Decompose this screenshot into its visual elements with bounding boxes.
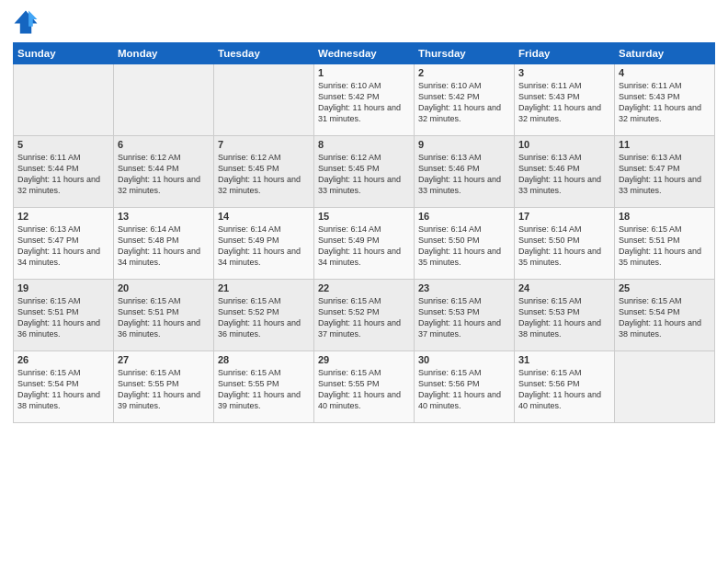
day-info: Sunrise: 6:15 AM Sunset: 5:52 PM Dayligh… [218,295,310,340]
day-cell: 12Sunrise: 6:13 AM Sunset: 5:47 PM Dayli… [14,208,114,280]
day-cell: 15Sunrise: 6:14 AM Sunset: 5:49 PM Dayli… [314,208,415,280]
header [13,9,715,35]
day-number: 16 [418,211,510,222]
svg-marker-0 [15,11,38,34]
day-number: 21 [218,282,310,293]
day-cell: 19Sunrise: 6:15 AM Sunset: 5:51 PM Dayli… [14,280,114,351]
day-number: 29 [318,354,410,365]
day-info: Sunrise: 6:15 AM Sunset: 5:53 PM Dayligh… [418,295,510,340]
day-info: Sunrise: 6:15 AM Sunset: 5:53 PM Dayligh… [518,295,610,340]
day-info: Sunrise: 6:15 AM Sunset: 5:56 PM Dayligh… [518,367,610,412]
day-number: 9 [418,139,510,150]
day-info: Sunrise: 6:14 AM Sunset: 5:50 PM Dayligh… [418,224,510,269]
day-info: Sunrise: 6:11 AM Sunset: 5:44 PM Dayligh… [17,152,109,197]
day-info: Sunrise: 6:15 AM Sunset: 5:55 PM Dayligh… [118,367,210,412]
day-info: Sunrise: 6:14 AM Sunset: 5:50 PM Dayligh… [518,224,610,269]
day-cell: 25Sunrise: 6:15 AM Sunset: 5:54 PM Dayli… [615,280,715,351]
day-cell: 17Sunrise: 6:14 AM Sunset: 5:50 PM Dayli… [515,208,615,280]
day-info: Sunrise: 6:12 AM Sunset: 5:44 PM Dayligh… [118,152,210,197]
day-info: Sunrise: 6:15 AM Sunset: 5:51 PM Dayligh… [619,224,711,269]
day-cell: 14Sunrise: 6:14 AM Sunset: 5:49 PM Dayli… [214,208,314,280]
day-info: Sunrise: 6:10 AM Sunset: 5:42 PM Dayligh… [418,80,510,125]
day-cell: 24Sunrise: 6:15 AM Sunset: 5:53 PM Dayli… [515,280,615,351]
day-number: 17 [518,211,610,222]
day-number: 28 [218,354,310,365]
day-info: Sunrise: 6:12 AM Sunset: 5:45 PM Dayligh… [318,152,410,197]
header-cell-saturday: Saturday [615,43,715,64]
day-cell: 4Sunrise: 6:11 AM Sunset: 5:43 PM Daylig… [615,64,715,136]
day-info: Sunrise: 6:15 AM Sunset: 5:54 PM Dayligh… [619,295,711,340]
day-cell: 18Sunrise: 6:15 AM Sunset: 5:51 PM Dayli… [615,208,715,280]
page: SundayMondayTuesdayWednesdayThursdayFrid… [0,0,728,563]
day-number: 18 [619,211,711,222]
day-number: 31 [518,354,610,365]
day-number: 26 [17,354,109,365]
day-number: 19 [17,282,109,293]
header-row: SundayMondayTuesdayWednesdayThursdayFrid… [14,43,715,64]
day-cell: 21Sunrise: 6:15 AM Sunset: 5:52 PM Dayli… [214,280,314,351]
day-cell: 5Sunrise: 6:11 AM Sunset: 5:44 PM Daylig… [14,136,114,208]
day-info: Sunrise: 6:15 AM Sunset: 5:55 PM Dayligh… [218,367,310,412]
day-info: Sunrise: 6:10 AM Sunset: 5:42 PM Dayligh… [318,80,410,125]
day-cell: 7Sunrise: 6:12 AM Sunset: 5:45 PM Daylig… [214,136,314,208]
day-cell: 2Sunrise: 6:10 AM Sunset: 5:42 PM Daylig… [415,64,515,136]
day-cell: 20Sunrise: 6:15 AM Sunset: 5:51 PM Dayli… [114,280,214,351]
day-info: Sunrise: 6:14 AM Sunset: 5:49 PM Dayligh… [318,224,410,269]
day-cell: 26Sunrise: 6:15 AM Sunset: 5:54 PM Dayli… [14,351,114,423]
logo [13,9,42,35]
svg-marker-1 [28,11,37,27]
day-cell: 23Sunrise: 6:15 AM Sunset: 5:53 PM Dayli… [415,280,515,351]
day-cell: 1Sunrise: 6:10 AM Sunset: 5:42 PM Daylig… [314,64,415,136]
week-row-2: 12Sunrise: 6:13 AM Sunset: 5:47 PM Dayli… [14,208,715,280]
day-cell: 29Sunrise: 6:15 AM Sunset: 5:55 PM Dayli… [314,351,415,423]
week-row-0: 1Sunrise: 6:10 AM Sunset: 5:42 PM Daylig… [14,64,715,136]
day-cell: 6Sunrise: 6:12 AM Sunset: 5:44 PM Daylig… [114,136,214,208]
day-cell [214,64,314,136]
day-cell: 10Sunrise: 6:13 AM Sunset: 5:46 PM Dayli… [515,136,615,208]
day-cell: 31Sunrise: 6:15 AM Sunset: 5:56 PM Dayli… [515,351,615,423]
day-number: 24 [518,282,610,293]
day-number: 5 [17,139,109,150]
day-number: 23 [418,282,510,293]
day-info: Sunrise: 6:11 AM Sunset: 5:43 PM Dayligh… [518,80,610,125]
calendar: SundayMondayTuesdayWednesdayThursdayFrid… [13,42,715,423]
header-cell-tuesday: Tuesday [214,43,314,64]
day-cell [615,351,715,423]
day-number: 6 [118,139,210,150]
day-number: 22 [318,282,410,293]
day-info: Sunrise: 6:13 AM Sunset: 5:46 PM Dayligh… [418,152,510,197]
week-row-1: 5Sunrise: 6:11 AM Sunset: 5:44 PM Daylig… [14,136,715,208]
header-cell-wednesday: Wednesday [314,43,415,64]
header-cell-monday: Monday [114,43,214,64]
day-cell: 11Sunrise: 6:13 AM Sunset: 5:47 PM Dayli… [615,136,715,208]
day-cell: 28Sunrise: 6:15 AM Sunset: 5:55 PM Dayli… [214,351,314,423]
day-number: 25 [619,282,711,293]
day-cell: 16Sunrise: 6:14 AM Sunset: 5:50 PM Dayli… [415,208,515,280]
week-row-4: 26Sunrise: 6:15 AM Sunset: 5:54 PM Dayli… [14,351,715,423]
day-info: Sunrise: 6:12 AM Sunset: 5:45 PM Dayligh… [218,152,310,197]
day-info: Sunrise: 6:15 AM Sunset: 5:51 PM Dayligh… [118,295,210,340]
day-number: 20 [118,282,210,293]
day-number: 27 [118,354,210,365]
day-cell: 22Sunrise: 6:15 AM Sunset: 5:52 PM Dayli… [314,280,415,351]
day-info: Sunrise: 6:13 AM Sunset: 5:47 PM Dayligh… [619,152,711,197]
day-info: Sunrise: 6:15 AM Sunset: 5:54 PM Dayligh… [17,367,109,412]
day-info: Sunrise: 6:14 AM Sunset: 5:49 PM Dayligh… [218,224,310,269]
day-info: Sunrise: 6:13 AM Sunset: 5:47 PM Dayligh… [17,224,109,269]
day-number: 7 [218,139,310,150]
day-cell: 3Sunrise: 6:11 AM Sunset: 5:43 PM Daylig… [515,64,615,136]
day-cell: 27Sunrise: 6:15 AM Sunset: 5:55 PM Dayli… [114,351,214,423]
day-number: 30 [418,354,510,365]
logo-icon [13,9,39,35]
day-info: Sunrise: 6:15 AM Sunset: 5:51 PM Dayligh… [17,295,109,340]
day-info: Sunrise: 6:14 AM Sunset: 5:48 PM Dayligh… [118,224,210,269]
week-row-3: 19Sunrise: 6:15 AM Sunset: 5:51 PM Dayli… [14,280,715,351]
header-cell-thursday: Thursday [415,43,515,64]
day-info: Sunrise: 6:15 AM Sunset: 5:56 PM Dayligh… [418,367,510,412]
day-number: 1 [318,67,410,78]
day-info: Sunrise: 6:15 AM Sunset: 5:55 PM Dayligh… [318,367,410,412]
day-info: Sunrise: 6:11 AM Sunset: 5:43 PM Dayligh… [619,80,711,125]
day-number: 8 [318,139,410,150]
day-info: Sunrise: 6:13 AM Sunset: 5:46 PM Dayligh… [518,152,610,197]
day-cell [114,64,214,136]
